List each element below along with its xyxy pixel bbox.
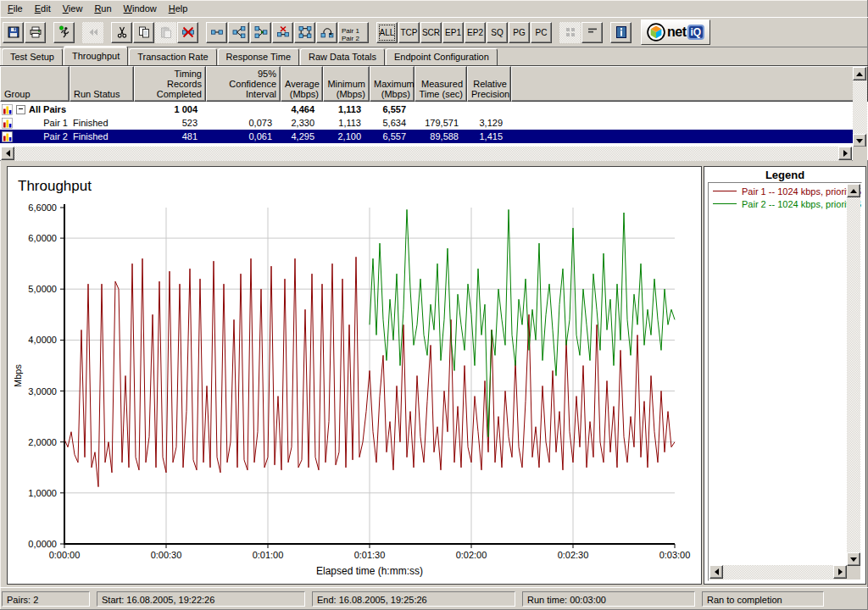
scroll-left-button[interactable] — [1, 147, 14, 160]
group-pairs-button[interactable] — [294, 22, 315, 43]
replicate-pair-button[interactable] — [250, 22, 271, 43]
column-header-confidence[interactable]: 95% ConfidenceInterval — [206, 66, 281, 102]
delete-pair-button[interactable] — [272, 22, 293, 43]
brand-text-net: net — [667, 25, 687, 40]
y-tick-label: 2,0000 — [28, 437, 57, 447]
report-view-button[interactable] — [581, 22, 603, 43]
column-header-line: Time (sec) — [419, 89, 463, 99]
legend-entry-label: Pair 1 -- 1024 kbps, priority 5 — [742, 186, 861, 197]
menu-edit[interactable]: Edit — [29, 2, 57, 15]
tab-response-time[interactable]: Response Time — [218, 48, 299, 65]
all-button[interactable]: ALL — [376, 22, 398, 43]
legend-entry: Pair 1 -- 1024 kbps, priority 5 — [711, 185, 846, 197]
x-tick-label: 0:01:00 — [253, 550, 284, 560]
scrollbar-track[interactable] — [853, 80, 867, 134]
column-header-relative-precision[interactable]: RelativePrecision — [467, 66, 511, 102]
tab-raw-data-totals[interactable]: Raw Data Totals — [300, 48, 385, 65]
tab-test-setup[interactable]: Test Setup — [2, 48, 63, 65]
swap-endpoints-button[interactable]: Pair 1Pair 2 — [338, 22, 369, 43]
arrow-right-icon — [843, 150, 848, 157]
info-button[interactable] — [610, 22, 632, 43]
y-tick-label: 6,0000 — [28, 233, 57, 243]
add-multicast-group-icon — [232, 25, 246, 39]
ep2-button[interactable]: EP2 — [465, 22, 486, 43]
tab-transaction-rate[interactable]: Transaction Rate — [129, 48, 216, 65]
paste-button[interactable] — [155, 22, 176, 43]
legend-line-swatch — [713, 203, 737, 204]
pc-button[interactable]: PC — [531, 22, 552, 43]
copy-icon — [137, 25, 151, 39]
column-header-average[interactable]: Average(Mbps) — [281, 66, 323, 102]
group-label: Pair 2 — [43, 131, 68, 141]
column-header-line: Maximum — [374, 79, 410, 89]
menu-help[interactable]: Help — [163, 2, 194, 15]
column-header-minimum[interactable]: Minimum(Mbps) — [323, 66, 370, 102]
tab-throughput[interactable]: Throughput — [64, 46, 128, 65]
add-pair-button[interactable] — [206, 22, 227, 43]
scroll-down-button[interactable] — [847, 552, 860, 566]
column-header-line: Minimum — [327, 79, 365, 89]
delete-with-x-button[interactable] — [177, 22, 198, 43]
value-cell-timing-records: 481 — [134, 131, 206, 141]
reorder-pairs-button[interactable] — [316, 22, 337, 43]
pg-button[interactable]: PG — [509, 22, 530, 43]
legend-line-swatch — [713, 191, 737, 191]
table-vertical-scrollbar[interactable] — [853, 67, 867, 147]
toolbar-group — [3, 22, 47, 43]
thumbnail-view-button[interactable] — [559, 22, 581, 43]
copy-button[interactable] — [133, 22, 154, 43]
scroll-right-button[interactable] — [833, 565, 847, 579]
legend-box: Pair 1 -- 1024 kbps, priority 5Pair 2 --… — [708, 182, 862, 581]
menu-bar: FileEditViewRunWindowHelp — [0, 0, 868, 17]
column-header-measured-time[interactable]: MeasuredTime (sec) — [415, 66, 467, 102]
run-test-button[interactable] — [53, 22, 75, 43]
tab-endpoint-configuration[interactable]: Endpoint Configuration — [386, 48, 498, 65]
toolbar-button-label: SQ — [491, 28, 503, 37]
print-icon — [29, 25, 42, 39]
tcp-button[interactable]: TCP — [398, 22, 420, 43]
scr-button[interactable]: SCR — [420, 22, 442, 43]
scroll-up-button[interactable] — [847, 184, 860, 197]
group-pairs-icon — [298, 25, 312, 39]
table-row-all-pairs[interactable]: All Pairs1 0044,4641,1136,557 — [0, 103, 853, 116]
table-horizontal-scrollbar[interactable] — [1, 147, 852, 161]
menu-file[interactable]: File — [2, 2, 29, 15]
column-header-run-status[interactable]: Run Status — [70, 66, 134, 102]
collapse-minus-icon[interactable] — [16, 105, 25, 114]
legend-vertical-scrollbar[interactable] — [847, 184, 860, 566]
scroll-down-button[interactable] — [853, 134, 866, 147]
scrollbar-track[interactable] — [723, 565, 833, 580]
ep1-button[interactable]: EP1 — [442, 22, 464, 43]
toolbar-group — [111, 22, 199, 43]
replicate-pair-icon — [254, 25, 268, 39]
scroll-right-button[interactable] — [838, 147, 852, 160]
save-button[interactable] — [3, 22, 24, 43]
scroll-left-button[interactable] — [709, 565, 723, 579]
x-tick-label: 0:02:30 — [558, 550, 589, 560]
abort-run-button[interactable] — [82, 22, 103, 43]
column-header-line: Relative — [471, 79, 507, 89]
column-header-timing-records[interactable]: Timing RecordsCompleted — [134, 66, 206, 102]
arrow-left-icon — [6, 150, 10, 157]
scrollbar-track[interactable] — [847, 197, 860, 552]
value-cell-confidence: 0,073 — [206, 118, 281, 128]
cut-button[interactable] — [111, 22, 132, 43]
add-multicast-group-button[interactable] — [228, 22, 249, 43]
ixchariot-window: FileEditViewRunWindowHelp Pair 1Pair 2AL… — [0, 0, 868, 610]
column-header-group[interactable]: Group — [0, 66, 70, 102]
abort-run-icon — [86, 25, 100, 39]
column-header-line: (Mbps) — [374, 89, 410, 99]
scroll-up-button[interactable] — [853, 67, 866, 80]
scrollbar-track[interactable] — [14, 147, 838, 161]
menu-view[interactable]: View — [57, 2, 89, 15]
menu-run[interactable]: Run — [88, 2, 117, 15]
menu-window[interactable]: Window — [118, 2, 163, 15]
column-header-maximum[interactable]: Maximum(Mbps) — [370, 66, 415, 102]
pair-chart-icon — [2, 104, 13, 115]
table-row-pair-1[interactable]: Pair 1Finished5230,0732,3301,1135,634179… — [0, 116, 853, 130]
print-button[interactable] — [25, 22, 46, 43]
run-test-icon — [58, 25, 71, 39]
table-row-pair-2[interactable]: Pair 2Finished4810,0614,2952,1006,55789,… — [0, 130, 853, 143]
legend-horizontal-scrollbar[interactable] — [709, 565, 847, 580]
sq-button[interactable]: SQ — [487, 22, 508, 43]
